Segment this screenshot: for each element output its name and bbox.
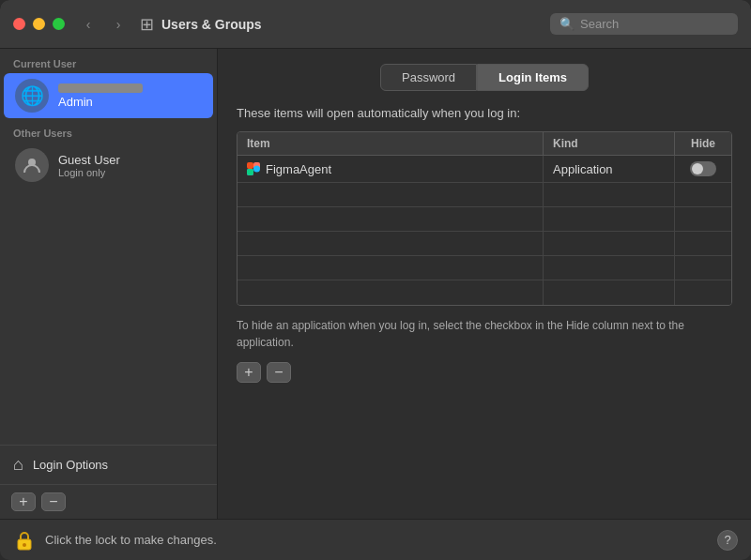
table-row[interactable]: FigmaAgent Application bbox=[238, 156, 731, 183]
other-users-label: Other Users bbox=[0, 118, 217, 143]
figma-icon bbox=[247, 162, 260, 175]
description-text: These items will open automatically when… bbox=[237, 106, 732, 120]
nav-buttons: ‹ › bbox=[76, 15, 130, 34]
search-box[interactable]: 🔍 bbox=[550, 13, 738, 35]
kind-cell: Application bbox=[544, 156, 675, 182]
bottom-buttons: + − bbox=[237, 362, 732, 383]
login-options-button[interactable]: ⌂ Login Options bbox=[0, 445, 217, 485]
col-hide: Hide bbox=[675, 132, 731, 155]
main-content: Current User 🌐 Admin Other Users Guest U… bbox=[0, 49, 751, 519]
search-icon: 🔍 bbox=[559, 17, 575, 31]
guest-user-item[interactable]: Guest User Login only bbox=[4, 143, 213, 188]
minimize-button[interactable] bbox=[33, 18, 45, 30]
username-blur bbox=[58, 83, 143, 93]
sidebar-actions: + − bbox=[0, 485, 217, 519]
items-table: Item Kind Hide FigmaAgent Application bbox=[237, 131, 732, 306]
svg-point-4 bbox=[253, 166, 260, 173]
svg-point-7 bbox=[23, 543, 26, 547]
lock-text: Click the lock to make changes. bbox=[45, 533, 708, 547]
bottom-bar: Click the lock to make changes. ? bbox=[0, 519, 751, 560]
guest-avatar bbox=[15, 148, 49, 182]
lock-icon bbox=[15, 530, 34, 551]
titlebar: ‹ › ⊞ Users & Groups 🔍 bbox=[0, 0, 751, 49]
maximize-button[interactable] bbox=[53, 18, 65, 30]
table-header: Item Kind Hide bbox=[238, 132, 731, 156]
current-user-name: Admin bbox=[58, 95, 143, 109]
search-input[interactable] bbox=[580, 17, 728, 31]
add-user-button[interactable]: + bbox=[11, 492, 36, 511]
close-button[interactable] bbox=[13, 18, 25, 30]
sidebar: Current User 🌐 Admin Other Users Guest U… bbox=[0, 49, 218, 519]
grid-icon: ⊞ bbox=[140, 14, 154, 35]
guest-user-info: Guest User Login only bbox=[58, 153, 120, 178]
login-options-label: Login Options bbox=[33, 458, 108, 472]
right-panel: Password Login Items These items will op… bbox=[218, 49, 751, 519]
add-item-button[interactable]: + bbox=[237, 362, 261, 383]
empty-rows bbox=[238, 183, 731, 305]
lock-button[interactable] bbox=[13, 529, 36, 552]
avatar: 🌐 bbox=[15, 79, 49, 113]
col-item: Item bbox=[238, 132, 544, 155]
table-row-empty-3 bbox=[238, 232, 731, 256]
guest-user-sub: Login only bbox=[58, 167, 120, 178]
footer-note: To hide an application when you log in, … bbox=[237, 317, 732, 351]
traffic-lights bbox=[13, 18, 65, 30]
tabs-row: Password Login Items bbox=[237, 64, 732, 91]
table-row-empty-1 bbox=[238, 183, 731, 207]
current-user-info: Admin bbox=[58, 83, 143, 109]
col-kind: Kind bbox=[544, 132, 675, 155]
item-cell: FigmaAgent bbox=[238, 156, 544, 182]
svg-rect-5 bbox=[247, 169, 253, 175]
svg-rect-1 bbox=[247, 162, 253, 169]
house-icon: ⌂ bbox=[13, 455, 23, 475]
current-user-label: Current User bbox=[0, 49, 217, 73]
back-button[interactable]: ‹ bbox=[76, 15, 100, 34]
guest-user-name: Guest User bbox=[58, 153, 120, 167]
remove-user-button[interactable]: − bbox=[41, 492, 66, 511]
table-row-empty-5 bbox=[238, 280, 731, 305]
hide-toggle[interactable] bbox=[690, 161, 716, 176]
tab-login-items[interactable]: Login Items bbox=[477, 64, 589, 91]
current-user-item[interactable]: 🌐 Admin bbox=[4, 73, 213, 118]
help-button[interactable]: ? bbox=[717, 530, 738, 551]
table-row-empty-2 bbox=[238, 207, 731, 232]
tab-password[interactable]: Password bbox=[380, 64, 477, 91]
remove-item-button[interactable]: − bbox=[267, 362, 291, 383]
hide-cell[interactable] bbox=[675, 156, 731, 182]
forward-button[interactable]: › bbox=[106, 15, 130, 34]
window-title: Users & Groups bbox=[161, 17, 550, 32]
table-row-empty-4 bbox=[238, 256, 731, 280]
